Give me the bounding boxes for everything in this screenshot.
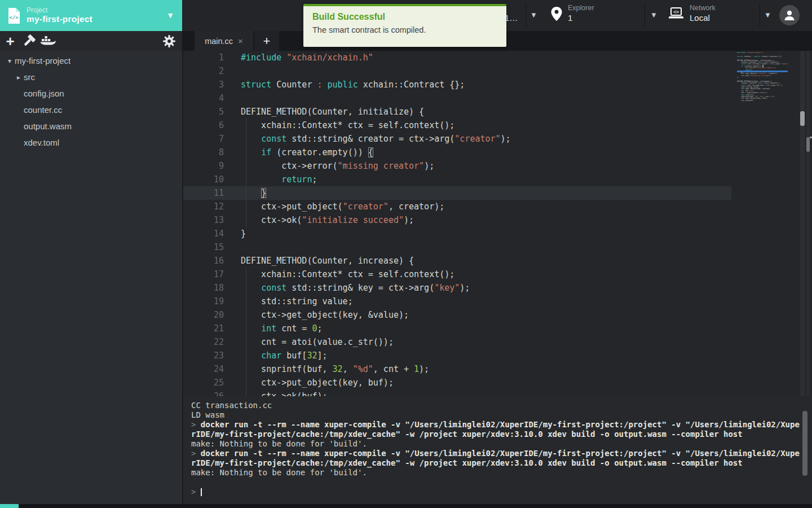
code-line-21[interactable]: 21 int cnt = 0; <box>183 322 812 335</box>
code-line-15[interactable]: 15 <box>183 240 812 254</box>
line-text: #include "xchain/xchain.h" <box>241 51 373 64</box>
chevron-down-icon[interactable]: ▼ <box>650 11 657 19</box>
line-number: 25 <box>183 376 224 389</box>
tree-item-output.wasm[interactable]: output.wasm <box>0 118 182 134</box>
notification-body: The smart contract is compiled. <box>312 25 497 34</box>
line-number: 24 <box>183 362 224 376</box>
tree-item-label: output.wasm <box>24 121 72 131</box>
line-number: 9 <box>183 159 224 173</box>
laptop-network-icon: <> <box>668 6 685 21</box>
code-line-3[interactable]: 3struct Counter : public xchain::Contrac… <box>183 78 812 91</box>
code-line-19[interactable]: 19 std::string value; <box>183 295 812 308</box>
code-line-25[interactable]: 25 ctx->put_object(key, buf); <box>183 376 812 389</box>
location-pin-icon <box>550 6 563 21</box>
network-value: Local <box>690 13 716 24</box>
project-label: Project <box>27 7 92 15</box>
divider <box>526 4 526 27</box>
explorer-value: 1 <box>568 13 594 24</box>
code-line-26[interactable]: 26 ctx->ok(buf); <box>183 389 812 396</box>
code-line-4[interactable]: 4 <box>183 91 812 105</box>
line-text: } <box>241 227 246 240</box>
terminal-scrollbar-thumb[interactable] <box>802 411 807 476</box>
line-text: xchain::Context* ctx = self.context(); <box>241 119 454 132</box>
explorer-label: Explorer <box>568 4 594 13</box>
tree-item-config.json[interactable]: config.json <box>0 85 182 102</box>
line-number: 3 <box>183 78 224 91</box>
terminal-line-7: rIDE/my-first-project/cache:/tmp/xdev_ca… <box>191 458 812 468</box>
svg-text:</>: </> <box>9 15 19 20</box>
code-line-22[interactable]: 22 cnt = atoi(value.c_str()); <box>183 335 812 349</box>
line-number: 11 <box>183 186 224 200</box>
docker-whale-icon <box>40 35 56 47</box>
line-number: 26 <box>183 389 224 396</box>
gear-icon <box>163 35 175 47</box>
explorer-selector[interactable]: Explorer 1 <box>550 4 594 23</box>
code-editor[interactable]: 1#include "xchain/xchain.h"2 3struct Cou… <box>182 51 812 396</box>
line-text: ctx->ok("initialize succeed"); <box>737 75 771 77</box>
code-line-11[interactable]: 11 } <box>183 186 812 200</box>
terminal-cursor <box>201 488 202 496</box>
line-number: 4 <box>183 91 224 105</box>
new-file-button[interactable]: + <box>0 32 19 51</box>
tree-item-label: counter.cc <box>24 105 62 115</box>
minimap-line-26: ctx->ok(buf); <box>737 100 788 102</box>
code-line-12[interactable]: 12 ctx->put_object("creator", creator); <box>183 200 812 213</box>
code-line-6[interactable]: 6 xchain::Context* ctx = self.context(); <box>183 119 812 132</box>
code-line-14[interactable]: 14} <box>183 227 812 240</box>
line-text <box>241 91 246 105</box>
code-line-2[interactable]: 2 <box>183 64 812 78</box>
code-line-9[interactable]: 9 ctx->error("missing creator"); <box>183 159 812 173</box>
line-number: 20 <box>183 308 224 322</box>
code-line-8[interactable]: 8 if (creator.empty()) { <box>183 146 812 159</box>
code-line-13[interactable]: 13 ctx->ok("initialize succeed"); <box>183 213 812 227</box>
tab-main-cc[interactable]: main.cc × <box>195 31 253 51</box>
code-line-1[interactable]: 1#include "xchain/xchain.h" <box>183 51 812 64</box>
user-avatar[interactable] <box>779 5 800 25</box>
settings-button[interactable] <box>160 31 179 51</box>
chevron-down-icon[interactable]: ▼ <box>530 11 537 19</box>
editor-scrollbar-thumb[interactable] <box>800 111 805 126</box>
terminal-line-9 <box>191 478 812 487</box>
minimap-cursor-marker <box>737 71 788 72</box>
line-number: 21 <box>183 322 224 335</box>
code-area: 1#include "xchain/xchain.h"2 3struct Cou… <box>183 51 812 396</box>
build-button[interactable] <box>19 32 38 51</box>
line-number: 7 <box>183 132 224 146</box>
tree-item-label: src <box>24 72 35 82</box>
sidebar-toolbar: + <box>0 31 182 51</box>
deploy-button[interactable] <box>38 32 58 51</box>
terminal-panel[interactable]: CC transaction.ccLD wasm> docker run -t … <box>182 396 812 504</box>
tree-item-xdev.toml[interactable]: xdev.toml <box>0 134 182 151</box>
code-line-24[interactable]: 24 snprintf(buf, 32, "%d", cnt + 1); <box>183 362 812 376</box>
code-line-16[interactable]: 16DEFINE_METHOD(Counter, increase) { <box>183 254 812 268</box>
network-selector[interactable]: <> Network Local <box>668 4 716 23</box>
project-selector[interactable]: </> Project my-first-project ▼ <box>0 0 182 31</box>
line-text: if (creator.empty()) { <box>241 146 373 159</box>
editor-scrollbar-track[interactable] <box>800 51 805 396</box>
code-line-17[interactable]: 17 xchain::Context* ctx = self.context()… <box>183 268 812 281</box>
code-line-5[interactable]: 5DEFINE_METHOD(Counter, initialize) { <box>183 105 812 119</box>
tree-item-src[interactable]: ▸src <box>0 69 182 85</box>
code-line-23[interactable]: 23 char buf[32]; <box>183 349 812 362</box>
terminal-line-10: > <box>191 487 812 497</box>
line-text: xchain::Context* ctx = self.context(); <box>241 268 454 281</box>
tree-item-counter.cc[interactable]: counter.cc <box>0 102 182 118</box>
new-tab-button[interactable]: + <box>254 31 279 51</box>
close-icon[interactable]: × <box>238 36 243 46</box>
minimap[interactable]: #include "xchain/xchain.h" struct Counte… <box>737 52 788 102</box>
code-line-10[interactable]: 10 return; <box>183 173 812 186</box>
scroll-position-tick <box>810 137 812 138</box>
chevron-down-icon[interactable]: ▾ <box>5 57 15 65</box>
code-line-18[interactable]: 18 const std::string& key = ctx->arg("ke… <box>183 281 812 295</box>
overview-ruler-thumb[interactable] <box>806 137 810 152</box>
line-text: } <box>241 186 266 200</box>
terminal-line-2: LD wasm <box>191 410 812 420</box>
chevron-right-icon[interactable]: ▸ <box>14 73 24 81</box>
code-line-20[interactable]: 20 ctx->get_object(key, &value); <box>183 308 812 322</box>
person-icon <box>783 9 796 21</box>
chevron-down-icon[interactable]: ▼ <box>764 11 771 19</box>
tree-item-my-first-project[interactable]: ▾my-first-project <box>0 52 182 69</box>
line-number: 6 <box>183 119 224 132</box>
code-line-7[interactable]: 7 const std::string& creator = ctx->arg(… <box>183 132 812 146</box>
account-selector[interactable]: 1… <box>505 13 518 23</box>
